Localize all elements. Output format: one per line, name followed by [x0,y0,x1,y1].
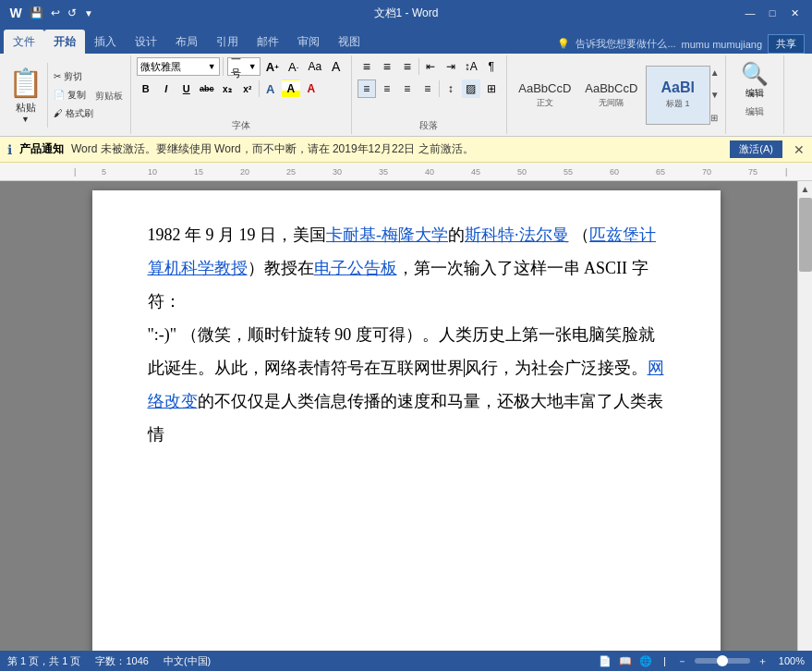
window-title: 文档1 - Word [374,6,439,21]
increase-font-button[interactable]: A+ [263,57,282,76]
view-read-mode-button[interactable]: 📖 [619,655,632,667]
bullets-button[interactable]: ≡ [358,57,376,76]
font-format-row: B I U abc x₂ x² A A A [137,79,321,98]
font-name-dropdown-icon[interactable]: ▼ [208,62,216,71]
save-button[interactable]: 💾 [28,6,45,20]
highlight-button[interactable]: A [282,79,300,98]
justify-button[interactable]: ≡ [418,79,437,98]
style-normal[interactable]: AaBbCcD 正文 [513,66,577,125]
subscript-button[interactable]: x₂ [218,79,236,98]
numbering-button[interactable]: ≡ [378,57,396,76]
word-count: 字数：1046 [95,654,148,668]
borders-button[interactable]: ⊞ [482,79,501,98]
vertical-scrollbar[interactable]: ▲ ▼ [797,181,812,669]
font-group: 微软雅黑 ▼ 一号 ▼ A+ A- Aa A B I U abc x₂ x² [131,55,352,134]
align-left-button[interactable]: ≡ [358,79,376,98]
link-network-change[interactable]: 网络改变 [148,359,664,410]
search-icon: 🔍 [741,61,769,87]
font-size-dropdown-icon[interactable]: ▼ [248,62,257,71]
customize-quick-access-button[interactable]: ▼ [82,7,95,19]
strikethrough-button[interactable]: abc [198,79,216,98]
link-scott-fahlman[interactable]: 斯科特·法尔曼 [465,226,569,244]
show-hide-button[interactable]: ¶ [482,57,501,76]
tab-mailings[interactable]: 邮件 [248,30,288,54]
paragraph-top-row: ≡ ≡ ≡ ⇤ ⇥ ↕A ¶ [358,57,501,76]
multilevel-list-button[interactable]: ≡ [398,57,417,76]
bold-button[interactable]: B [137,79,155,98]
minimize-button[interactable]: — [740,6,760,20]
underline-button[interactable]: U [177,79,196,98]
tab-layout[interactable]: 布局 [166,30,207,54]
styles-scroll-up-button[interactable]: ▲ [710,67,720,78]
ribbon-toolbar: 📋 粘贴 ▼ ✂ 剪切 📄 复制 🖌 格式刷 剪贴板 微软雅黑 ▼ 一号 [0,54,812,137]
zoom-in-button[interactable]: ＋ [757,654,768,668]
decrease-font-button[interactable]: A- [285,57,303,76]
scroll-up-button[interactable]: ▲ [798,181,813,196]
zoom-out-button[interactable]: － [677,654,687,668]
decrease-indent-button[interactable]: ⇤ [421,57,440,76]
window-controls: — □ ✕ [740,6,805,20]
style-no-spacing-preview: AaBbCcD [585,81,637,95]
paragraph-bottom-row: ≡ ≡ ≡ ≡ ↕ ▨ ⊞ [358,79,501,98]
share-button[interactable]: 共享 [768,34,805,54]
clipboard-sub: ✂ 剪切 📄 复制 🖌 格式刷 [52,69,95,121]
increase-indent-button[interactable]: ⇥ [442,57,460,76]
superscript-button[interactable]: x² [238,79,257,98]
undo-button[interactable]: ↩ [49,6,62,20]
document-page[interactable]: 1982 年 9 月 19 日，美国卡耐基-梅隆大学的斯科特·法尔曼 （匹兹堡计… [92,190,721,669]
text-effect-button[interactable]: A [261,79,280,98]
styles-expand-button[interactable]: ⊞ [710,113,720,123]
notification-close-button[interactable]: ✕ [794,142,805,157]
view-web-button[interactable]: 🌐 [639,655,652,667]
scroll-thumb[interactable] [799,198,812,272]
style-normal-preview: AaBbCcD [518,81,571,95]
copy-button[interactable]: 📄 复制 [52,88,95,103]
shading-button[interactable]: ▨ [462,79,480,98]
font-name-row: 微软雅黑 ▼ 一号 ▼ A+ A- Aa A [137,57,345,76]
styles-scroll-down-button[interactable]: ▼ [710,90,720,100]
zoom-slider-thumb[interactable] [717,655,728,666]
redo-button[interactable]: ↺ [66,6,79,20]
change-case-button[interactable]: Aa [306,57,324,76]
sort-button[interactable]: ↕A [462,57,480,76]
page-count: 第 1 页，共 1 页 [7,654,80,668]
tab-insert[interactable]: 插入 [85,30,126,54]
word-logo-icon: W [7,5,24,21]
style-heading1[interactable]: AaBl 标题 1 [646,66,710,125]
link-carnegie-mellon[interactable]: 卡耐基-梅隆大学 [326,226,448,244]
notification-message: Word 未被激活。要继续使用 Word，而不中断，请在 2019年12月22日… [71,141,722,157]
find-button[interactable]: 🔍 编辑 [732,57,778,104]
align-center-button[interactable]: ≡ [378,79,396,98]
quick-access-toolbar: 💾 ↩ ↺ ▼ [28,6,95,20]
font-name-selector[interactable]: 微软雅黑 ▼ [137,57,220,76]
font-color-button[interactable]: A [302,79,321,98]
font-size-selector[interactable]: 一号 ▼ [227,57,261,76]
styles-group: AaBbCcD 正文 AaBbCcD 无间隔 AaBl 标题 1 ▲ ▼ ⊞ 样… [507,55,726,134]
editing-group-label: 编辑 [745,105,764,118]
view-print-layout-button[interactable]: 📄 [599,655,612,667]
paste-button[interactable]: 📋 粘贴 ▼ [7,63,48,128]
title-bar: W 💾 ↩ ↺ ▼ 文档1 - Word — □ ✕ [0,0,812,26]
tab-review[interactable]: 审阅 [288,30,329,54]
style-heading1-preview: AaBl [661,79,695,96]
style-no-spacing[interactable]: AaBbCcD 无间隔 [579,66,644,125]
format-painter-button[interactable]: 🖌 格式刷 [52,106,95,121]
tab-view[interactable]: 视图 [329,30,370,54]
tab-file[interactable]: 文件 [4,30,44,54]
italic-button[interactable]: I [157,79,176,98]
title-bar-left: W 💾 ↩ ↺ ▼ [7,5,95,21]
help-prompt[interactable]: 告诉我您想要做什么... [576,37,675,51]
line-spacing-button[interactable]: ↕ [442,79,460,98]
clear-format-button[interactable]: A [327,57,345,76]
align-right-button[interactable]: ≡ [398,79,417,98]
tab-home[interactable]: 开始 [44,30,85,54]
tab-references[interactable]: 引用 [207,30,248,54]
activate-button[interactable]: 激活(A) [730,140,782,158]
maximize-button[interactable]: □ [762,6,782,20]
cut-button[interactable]: ✂ 剪切 [52,69,95,84]
close-button[interactable]: ✕ [784,6,805,20]
zoom-level: 100% [779,655,805,666]
link-bbs[interactable]: 电子公告板 [314,259,397,277]
font-name-value: 微软雅黑 [140,60,181,74]
tab-design[interactable]: 设计 [126,30,166,54]
